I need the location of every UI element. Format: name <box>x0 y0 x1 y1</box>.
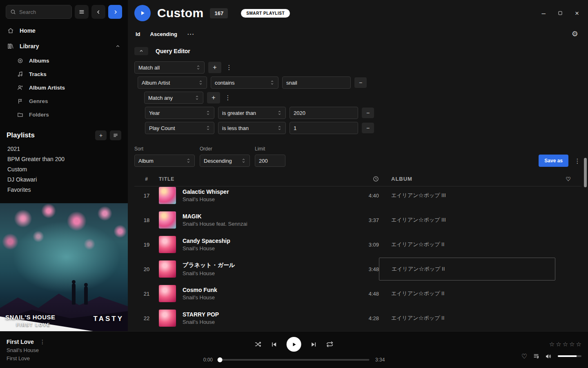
match-type-select[interactable]: Match all <box>134 61 205 74</box>
limit-input[interactable] <box>255 155 285 167</box>
add-playlist-button[interactable]: + <box>95 130 107 140</box>
rule-operator-select[interactable]: contains <box>211 76 278 89</box>
now-playing-artwork[interactable]: SNAIL'S HOUSE FIRST LOVE TASTY <box>0 203 128 331</box>
rule-field-select[interactable]: Album Artist <box>138 76 207 89</box>
star-icon[interactable]: ☆ <box>569 341 575 348</box>
track-artist[interactable]: Snail's House feat. Sennzai <box>183 221 247 227</box>
sort-order-button[interactable]: Ascending <box>150 31 177 37</box>
playlist-item[interactable]: Favorites <box>0 184 128 195</box>
track-artist[interactable]: Snail's House <box>183 270 235 276</box>
track-album[interactable]: エイリアン☆ポップ III <box>379 192 555 199</box>
track-artist[interactable]: Snail's House <box>183 196 229 202</box>
more-vertical-icon[interactable]: ⋮ <box>225 62 233 73</box>
sidebar-item-albums[interactable]: Albums <box>0 54 128 67</box>
play-button[interactable] <box>287 337 301 352</box>
chevron-up-icon[interactable] <box>115 44 120 49</box>
match-type-select[interactable]: Match any <box>144 92 203 104</box>
rule-value-input[interactable] <box>290 107 358 119</box>
sidebar-item-album-artists[interactable]: Album Artists <box>0 81 128 94</box>
sidebar-item-folders[interactable]: Folders <box>0 108 128 121</box>
table-row[interactable]: 20 プラネット・ガール Snail's House 3:48 エイリアン☆ポッ… <box>134 257 581 281</box>
rule-value-input[interactable] <box>282 76 351 89</box>
now-playing-album[interactable]: First Love <box>7 355 129 361</box>
heart-icon[interactable]: ♡ <box>555 176 581 182</box>
star-icon[interactable]: ☆ <box>563 341 568 348</box>
gear-icon[interactable]: ⚙ <box>572 29 578 38</box>
nav-forward-button[interactable] <box>108 5 122 19</box>
add-rule-button[interactable]: + <box>207 92 220 103</box>
track-album[interactable]: エイリアン☆ポップ II <box>379 314 555 322</box>
volume-icon[interactable] <box>545 353 552 360</box>
menu-icon[interactable] <box>75 5 89 19</box>
playlist-list-icon[interactable] <box>110 130 121 140</box>
shuffle-icon[interactable] <box>254 341 262 348</box>
table-row[interactable]: 19 Candy Spaceship Snail's House 3:09 エイ… <box>134 232 581 257</box>
more-horizontal-icon[interactable]: ⋯ <box>187 30 194 38</box>
rule-field-select[interactable]: Year <box>145 107 214 119</box>
seek-handle[interactable] <box>218 357 223 362</box>
column-album[interactable]: ALBUM <box>379 176 555 182</box>
table-row[interactable]: 22 STARRY POP Snail's House 4:28 エイリアン☆ポ… <box>134 306 581 330</box>
repeat-icon[interactable] <box>326 341 334 348</box>
track-album[interactable]: エイリアン☆ポップ II <box>379 290 555 297</box>
search-field[interactable] <box>19 9 67 15</box>
now-playing-artist[interactable]: Snail's House <box>7 347 129 353</box>
add-rule-button[interactable]: + <box>208 62 221 73</box>
more-vertical-icon[interactable]: ⋮ <box>224 92 232 103</box>
track-title: STARRY POP <box>183 311 219 318</box>
save-as-button[interactable]: Save as <box>539 155 568 167</box>
column-title[interactable]: TITLE <box>159 176 344 182</box>
previous-icon[interactable] <box>271 341 278 348</box>
remove-rule-button[interactable]: − <box>362 123 374 133</box>
playlist-item[interactable]: 2021 <box>0 144 128 154</box>
sidebar-item-home[interactable]: Home <box>0 23 128 38</box>
remove-rule-button[interactable]: − <box>362 108 374 118</box>
volume-slider[interactable] <box>558 355 581 357</box>
playlist-item[interactable]: BPM Greater than 200 <box>0 154 128 164</box>
seek-slider[interactable] <box>218 359 370 361</box>
close-icon[interactable]: × <box>575 10 579 17</box>
column-number[interactable]: # <box>134 176 159 182</box>
table-row[interactable]: 21 Cosmo Funk Snail's House 4:48 エイリアン☆ポ… <box>134 281 581 306</box>
next-icon[interactable] <box>310 341 317 348</box>
artwork-figure <box>72 283 76 305</box>
star-icon[interactable]: ☆ <box>576 341 581 348</box>
star-icon[interactable]: ☆ <box>549 341 555 348</box>
table-row[interactable]: 18 MAGIK Snail's House feat. Sennzai 3:3… <box>134 208 581 232</box>
track-album[interactable]: エイリアン☆ポップ III <box>379 216 555 224</box>
playlist-item[interactable]: DJ Okawari <box>0 174 128 184</box>
remove-rule-button[interactable]: − <box>354 77 367 88</box>
sort-field-button[interactable]: Id <box>136 31 140 37</box>
sidebar-item-library[interactable]: Library <box>0 38 128 54</box>
now-playing-title[interactable]: First Love <box>7 339 34 345</box>
nav-back-button[interactable] <box>91 5 105 19</box>
sort-select[interactable]: Album <box>134 155 195 167</box>
more-vertical-icon[interactable]: ⋮ <box>40 339 45 345</box>
track-album[interactable]: エイリアン☆ポップ II <box>379 241 555 248</box>
more-vertical-icon[interactable]: ⋮ <box>573 155 581 167</box>
queue-icon[interactable] <box>533 353 539 359</box>
rule-value-input[interactable] <box>290 122 358 134</box>
sidebar-item-tracks[interactable]: Tracks <box>0 67 128 81</box>
playlist-item[interactable]: Custom <box>0 164 128 174</box>
heart-icon[interactable]: ♡ <box>521 352 527 360</box>
maximize-icon[interactable] <box>558 11 563 16</box>
sidebar-item-genres[interactable]: Genres <box>0 94 128 108</box>
track-title: Candy Spaceship <box>183 238 230 244</box>
collapse-query-editor-button[interactable] <box>134 47 148 55</box>
track-artist[interactable]: Snail's House <box>183 245 230 251</box>
star-icon[interactable]: ☆ <box>556 341 561 348</box>
rule-operator-select[interactable]: is greater than <box>218 107 286 119</box>
column-duration[interactable] <box>344 176 379 182</box>
play-playlist-button[interactable] <box>134 5 151 21</box>
track-artist[interactable]: Snail's House <box>183 294 217 301</box>
rule-field-select[interactable]: Play Count <box>145 122 214 134</box>
track-artist[interactable]: Snail's House <box>183 319 219 325</box>
minimize-icon[interactable]: – <box>542 10 546 17</box>
order-select[interactable]: Descending <box>200 155 250 167</box>
search-input[interactable] <box>6 5 72 19</box>
rule-operator-select[interactable]: is less than <box>218 122 286 134</box>
table-row[interactable]: 17 Galactic Whisper Snail's House 4:40 エ… <box>134 183 581 208</box>
track-album-focused[interactable]: エイリアン☆ポップ II <box>379 258 555 280</box>
scrollbar-thumb[interactable] <box>584 158 587 187</box>
